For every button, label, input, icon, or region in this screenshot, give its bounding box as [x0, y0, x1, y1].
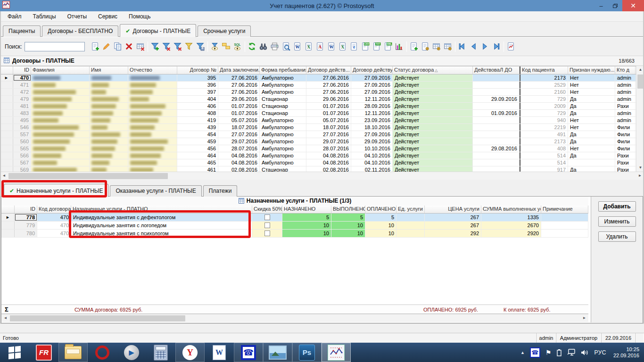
cell-price[interactable]: 267 — [425, 222, 481, 229]
cell-paid[interactable]: 10 — [365, 230, 396, 237]
volume-icon[interactable] — [581, 349, 589, 356]
cell-valid_to[interactable]: 12.11.2016 — [351, 96, 393, 102]
cell-status[interactable]: Действует — [393, 82, 473, 88]
cell-who[interactable]: Фили — [615, 131, 636, 138]
prostoysoft-icon[interactable] — [322, 343, 351, 362]
col-header-stay_form[interactable]: Форма пребывания — [260, 66, 306, 74]
filter-save-icon[interactable] — [195, 41, 206, 52]
cell-last_name[interactable] — [31, 103, 90, 109]
cell-contract_no[interactable]: 395 — [177, 74, 218, 81]
cell-status[interactable]: Действует — [393, 131, 473, 138]
cell-who[interactable]: admin — [615, 96, 636, 102]
minimize-button[interactable]: – — [594, 0, 608, 11]
cell-id[interactable]: 780 — [15, 230, 37, 237]
cell-done[interactable]: 10 — [331, 230, 365, 237]
cell-id[interactable]: 483 — [13, 110, 31, 116]
cell-valid_from[interactable]: 01.07.2016 — [306, 103, 351, 109]
cell-patient_code[interactable]: 2219 — [520, 124, 568, 131]
add-button[interactable]: Добавить — [598, 201, 636, 212]
cell-last_name[interactable] — [31, 145, 90, 152]
cell-paid[interactable]: 5 — [365, 214, 396, 221]
cell-last_name[interactable] — [31, 110, 90, 116]
opera-icon[interactable] — [88, 343, 117, 362]
cell-first_name[interactable] — [90, 159, 128, 166]
row-selector[interactable]: ► — [1, 214, 15, 221]
cell-acted_until[interactable] — [473, 124, 520, 131]
cell-sum[interactable]: 1335 — [481, 214, 541, 221]
cell-stay_form[interactable]: Амбулаторно — [260, 117, 306, 123]
cell-needy[interactable]: Нет — [568, 89, 615, 95]
filter-view-icon[interactable] — [209, 41, 221, 52]
cell-status[interactable]: Действует — [393, 145, 473, 152]
cell-unit[interactable] — [396, 214, 425, 221]
refresh-icon[interactable] — [247, 41, 258, 52]
taskbar-clock[interactable]: 10:25 22.09.2016 — [613, 346, 639, 359]
row-selector[interactable] — [0, 131, 13, 138]
col-header-unit[interactable]: Ед. услуги — [396, 206, 425, 213]
cell-valid_from[interactable]: 27.06.2016 — [306, 82, 351, 88]
edit-button[interactable]: Изменить — [598, 216, 636, 227]
search-input[interactable] — [25, 42, 85, 51]
col-header-contract_no[interactable]: Договор № — [177, 66, 218, 74]
table-row[interactable]: 56646404.08.2016Амбулаторно04.08.201604.… — [0, 152, 636, 159]
cell-last_name[interactable] — [31, 74, 90, 81]
cell-last_name[interactable] — [31, 82, 90, 88]
col-header-who[interactable]: Кто д — [615, 66, 636, 74]
cell-valid_to[interactable]: 28.09.2016 — [351, 103, 393, 109]
cell-last_name[interactable] — [31, 159, 90, 166]
cell-valid_to[interactable]: 04.10.2016 — [351, 159, 393, 166]
cell-middle_name[interactable] — [128, 131, 177, 138]
scrollbar-thumb[interactable] — [10, 315, 185, 321]
cell-valid_from[interactable]: 04.08.2016 — [306, 152, 351, 159]
edit-record-icon[interactable] — [101, 41, 112, 52]
cell-first_name[interactable] — [90, 103, 128, 109]
cell-who[interactable]: admin — [615, 74, 636, 81]
cell-stay_form[interactable]: Амбулаторно — [260, 89, 306, 95]
cell-date_signed[interactable]: 05.07.2016 — [218, 117, 260, 123]
row-selector[interactable] — [0, 103, 13, 109]
menu-item[interactable]: Отчеты — [62, 12, 92, 21]
cell-valid_from[interactable]: 28.07.2016 — [306, 145, 351, 152]
cell-first_name[interactable] — [90, 74, 128, 81]
cell-unit[interactable] — [396, 222, 425, 229]
table-row[interactable]: 47139627.06.2016Амбулаторно27.06.201627.… — [0, 82, 636, 89]
cell-middle_name[interactable] — [128, 117, 177, 123]
menu-item[interactable]: Помощь — [123, 12, 156, 21]
cell-patient_code[interactable]: 2173 — [520, 74, 568, 81]
restore-button[interactable] — [608, 0, 622, 11]
cell-middle_name[interactable] — [128, 96, 177, 102]
cell-discount[interactable] — [252, 214, 282, 221]
cell-assigned[interactable]: 10 — [282, 230, 331, 237]
cell-contract_no[interactable]: 459 — [177, 138, 218, 145]
cell-discount[interactable] — [252, 230, 282, 237]
cell-valid_from[interactable]: 27.06.2016 — [306, 89, 351, 95]
cell-date_signed[interactable]: 27.06.2016 — [218, 74, 260, 81]
preview-icon[interactable] — [281, 41, 292, 52]
table-row[interactable]: 55745427.07.2016Амбулаторно27.07.201627.… — [0, 131, 636, 138]
cell-done[interactable]: 10 — [331, 222, 365, 229]
cell-id[interactable]: 778 — [15, 214, 37, 221]
cell-first_name[interactable] — [90, 145, 128, 152]
cell-id[interactable]: 779 — [15, 222, 37, 229]
col-header-id[interactable]: ID — [13, 66, 31, 74]
col-header-middle_name[interactable]: Отчество — [128, 66, 177, 74]
cell-sum[interactable]: 2920 — [481, 230, 541, 237]
detail-tab[interactable]: Платежи — [203, 185, 238, 197]
tray-flag-icon[interactable]: ⚑ — [545, 349, 552, 356]
cell-note[interactable] — [541, 230, 588, 237]
cell-needy[interactable]: Да — [568, 96, 615, 102]
cell-middle_name[interactable] — [128, 124, 177, 131]
main-tab[interactable]: Договоры - БЕСПЛАТНО — [42, 25, 118, 37]
col-header-last_name[interactable]: Фамилия — [31, 66, 90, 74]
nav-next-icon[interactable] — [479, 41, 491, 52]
cell-status[interactable]: Действует — [393, 74, 473, 81]
scrollbar-thumb[interactable] — [8, 173, 168, 179]
row-selector[interactable] — [0, 82, 13, 88]
media-player-icon[interactable]: ▶ — [117, 343, 146, 362]
col-header-note[interactable]: Примечание — [541, 206, 588, 213]
cell-stay_form[interactable]: Амбулаторно — [260, 138, 306, 145]
export-excel-icon[interactable]: X — [337, 41, 348, 52]
services-horizontal-scrollbar[interactable]: ◄ ► — [1, 314, 588, 322]
cell-discount[interactable] — [252, 222, 282, 229]
cell-needy[interactable]: Да — [568, 131, 615, 138]
